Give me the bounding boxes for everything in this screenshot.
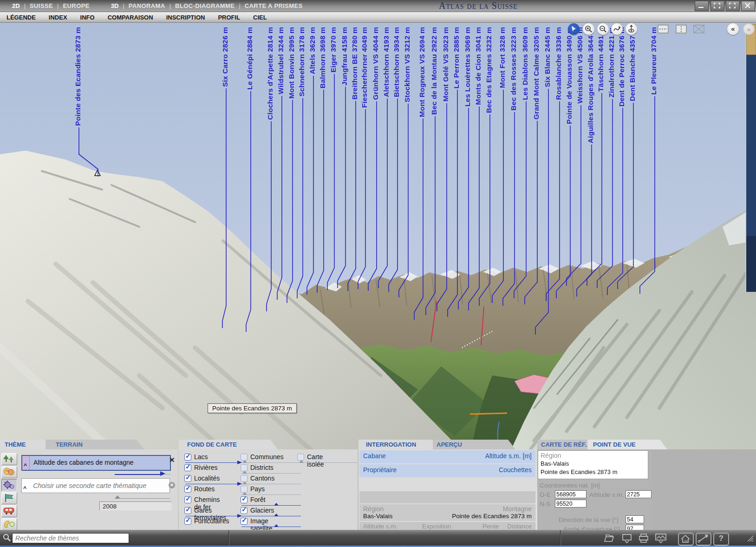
query-row-cabane[interactable]: Cabane Altitude s.m. [m] — [359, 450, 535, 463]
oe-input[interactable] — [555, 490, 587, 498]
politics-icon[interactable] — [1, 492, 17, 504]
maximize-button[interactable] — [726, 1, 740, 11]
tab-2d[interactable]: 2D — [12, 2, 20, 9]
communication-icon[interactable] — [1, 518, 17, 530]
peak-label[interactable]: Mont Bonvin 2995 m — [287, 27, 298, 99]
query-row-proprietaire[interactable]: Propriétaire Couchettes — [359, 464, 535, 477]
peak-label[interactable]: Dent Blanche 4357 m — [628, 27, 639, 101]
help-button[interactable]: ? — [713, 533, 729, 546]
tab-panorama[interactable]: PANORAMA — [129, 2, 165, 9]
peak-label[interactable]: Balmhorn 3698 m — [319, 27, 329, 88]
peak-label[interactable]: Grand Mont Calme 3205 m — [532, 27, 542, 119]
layer-opacity-slider[interactable] — [298, 461, 358, 464]
close-button[interactable] — [741, 1, 755, 11]
peak-label[interactable]: Grünhorn VS 4044 m — [371, 27, 382, 100]
peak-label[interactable]: Jungfrau 4158 m — [340, 27, 351, 86]
economy-icon[interactable] — [1, 479, 17, 491]
combo2-chevron-icon[interactable]: ^ — [23, 485, 26, 492]
layer-checkbox[interactable]: ✓ — [241, 507, 248, 514]
resize-grip[interactable] — [746, 534, 754, 542]
home-view-button[interactable]: m — [678, 533, 694, 546]
tab-carte-a-prismes[interactable]: CARTE A PRISMES — [245, 2, 303, 9]
pv-alt-input[interactable] — [626, 490, 652, 498]
history-back-button[interactable]: « — [727, 23, 739, 35]
peak-label[interactable]: Aiguilles Rouges d'Arolla 3644 m — [587, 27, 597, 143]
peak-label[interactable]: Rosablanche 3336 m — [554, 27, 565, 100]
peak-label[interactable]: Mont Rogneux VS 2694 m — [418, 27, 428, 117]
tab-europe[interactable]: EUROPE — [63, 2, 90, 9]
layer-checkbox[interactable]: ✓ — [241, 496, 248, 503]
tab-apercu[interactable]: APERÇU — [433, 440, 515, 449]
peak-label[interactable]: Weisshorn VS 4506 m — [576, 27, 586, 104]
layer-checkbox[interactable] — [241, 454, 248, 461]
layer-checkbox[interactable]: ✓ — [184, 507, 191, 514]
peak-label[interactable]: Mont Gelé VS 3023 m — [442, 27, 452, 102]
aperture-input[interactable] — [626, 525, 644, 530]
peak-label[interactable]: Altels 3629 m — [308, 27, 319, 74]
layer-checkbox[interactable]: ✓ — [184, 486, 191, 493]
peak-label[interactable]: Bec des Etagnes 3232 m — [485, 27, 495, 113]
tab-bloc-diagramme[interactable]: BLOC-DIAGRAMME — [175, 2, 235, 9]
peak-label[interactable]: Bietschhorn 3934 m — [392, 27, 403, 97]
primary-theme-select[interactable]: ^ Altitude des cabanes de montagne — [21, 455, 171, 471]
transport-icon[interactable] — [1, 505, 17, 517]
pointer-tool-button[interactable] — [568, 23, 580, 35]
minimize-button[interactable] — [695, 1, 709, 11]
export-image-icon[interactable] — [655, 533, 667, 543]
tab-carte-de-reference[interactable]: CARTE DE RÉF... — [537, 440, 595, 449]
year-field[interactable] — [99, 501, 172, 511]
pan-view-button[interactable] — [611, 23, 623, 35]
viewpoint-button[interactable] — [626, 23, 637, 35]
menu-item-index[interactable]: INDEX — [49, 14, 67, 21]
history-forward-button[interactable]: » — [743, 23, 755, 35]
peak-label[interactable]: Les Diablons 3609 m — [521, 27, 531, 100]
secondary-theme-opacity-slider[interactable] — [115, 496, 170, 500]
nature-icon[interactable] — [1, 453, 17, 465]
restore-button[interactable] — [710, 1, 724, 11]
peak-label[interactable]: Bec des Rosses 3223 m — [509, 27, 520, 111]
layer-checkbox[interactable]: ✓ — [241, 518, 248, 525]
peak-label[interactable]: Pointe des Ecandies 2873 m — [74, 27, 84, 126]
ns-input[interactable] — [555, 500, 587, 507]
layer-checkbox[interactable] — [297, 454, 304, 461]
peak-label[interactable]: Wildstrubel 3244 m — [277, 27, 287, 94]
menu-item-inscription[interactable]: INSCRIPTION — [166, 14, 205, 21]
menu-item-profil[interactable]: PROFIL — [218, 14, 240, 21]
peak-label[interactable]: Le Génépi 2884 m — [246, 27, 256, 90]
layer-checkbox[interactable] — [241, 464, 248, 471]
layer-checkbox[interactable]: ✓ — [184, 518, 191, 525]
peak-label[interactable]: Breithorn BE 3780 m — [351, 27, 361, 99]
peak-label[interactable]: Täschhorn 4491 m — [597, 27, 607, 92]
layer-checkbox[interactable] — [241, 486, 248, 493]
secondary-theme-select[interactable]: ^ Choisir une seconde carte thématique — [21, 478, 170, 493]
combo1-chevron-icon[interactable]: ^ — [24, 462, 27, 469]
peak-label[interactable]: Pointe de Vouasson 3490 m — [565, 27, 575, 124]
layout-closed-button[interactable] — [693, 24, 704, 34]
layer-opacity-slider[interactable] — [241, 525, 301, 528]
layout-split-button[interactable] — [676, 24, 687, 34]
tab-suisse[interactable]: SUISSE — [30, 2, 53, 9]
menu-item-info[interactable]: INFO — [80, 14, 95, 21]
tab-terrain[interactable]: TERRAIN — [46, 440, 144, 449]
open-file-icon[interactable] — [604, 533, 615, 543]
peak-label[interactable]: Le Perron 2885 m — [452, 27, 463, 88]
peak-label[interactable]: Schneehorn 3178 m — [298, 27, 308, 97]
layer-checkbox[interactable]: ✓ — [184, 496, 191, 503]
peak-label[interactable]: Bec de la Montau 2922 m — [430, 27, 440, 115]
peak-label[interactable]: Aletschhorn 4193 m — [382, 27, 392, 97]
layer-checkbox[interactable]: ✓ — [184, 464, 191, 471]
peak-label[interactable]: Dent de Perroc 3676 m — [618, 27, 628, 106]
menu-item-comparaison[interactable]: COMPARAISON — [108, 14, 153, 21]
peak-label[interactable]: Clochers d'Arpette 2814 m — [266, 27, 276, 120]
zoom-in-button[interactable] — [583, 23, 594, 35]
primary-theme-close-icon[interactable]: ✕ — [169, 456, 175, 464]
peak-label[interactable]: Stockhorn VS 3212 m — [403, 27, 413, 102]
peak-label[interactable]: Zinalrothorn 4221 m — [607, 27, 618, 98]
peak-label[interactable]: Fiescherhörner 4049 m — [360, 27, 371, 108]
layout-single-button[interactable] — [658, 24, 669, 34]
peak-label[interactable]: Six Blanc 2445 m — [543, 27, 554, 87]
peak-label[interactable]: Six Carro 2826 m — [221, 27, 231, 87]
measure-button[interactable] — [696, 533, 711, 546]
peak-label[interactable]: Le Pleureur 3704 m — [650, 27, 660, 95]
tab-point-de-vue[interactable]: POINT DE VUE — [587, 440, 667, 449]
